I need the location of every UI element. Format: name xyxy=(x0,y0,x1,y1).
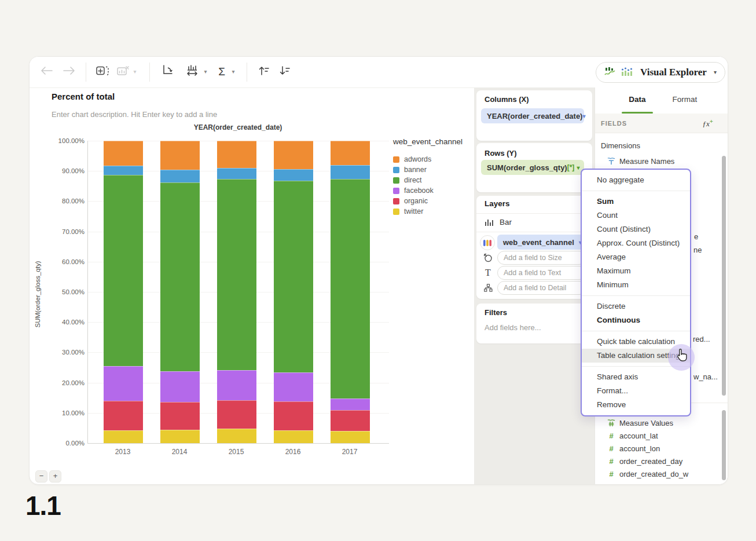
legend-swatch xyxy=(393,209,399,215)
chart-description-placeholder[interactable]: Enter chart description. Hit Enter key t… xyxy=(52,110,217,119)
chart-title[interactable]: Percent of total xyxy=(52,92,115,101)
add-chart-icon xyxy=(96,66,109,78)
menu-item-discrete[interactable]: Discrete xyxy=(582,299,690,313)
redo-button[interactable] xyxy=(61,64,77,80)
axis-settings-button[interactable] xyxy=(185,64,201,80)
sort-descending-icon xyxy=(279,65,291,78)
field-row-clipped[interactable]: # xyxy=(595,480,719,484)
sort-ascending-button[interactable] xyxy=(256,64,272,80)
page-number-label: 1.1 xyxy=(25,490,61,521)
number-icon: # xyxy=(609,482,613,485)
field-row-account_lon[interactable]: #account_lon xyxy=(595,442,719,455)
y-axis-tick-label: 70.00% xyxy=(32,228,85,235)
menu-item-count[interactable]: Count xyxy=(582,209,690,222)
swap-axes-button[interactable] xyxy=(159,64,175,80)
filters-drop-target[interactable]: Add fields here... xyxy=(485,323,541,332)
add-chart-button[interactable] xyxy=(94,64,111,80)
table-calc-badge: [*] xyxy=(567,163,575,171)
bar-segment-facebook xyxy=(104,366,143,401)
columns-field-label: YEAR(order_created_date) xyxy=(487,112,582,120)
bar-segment-banner xyxy=(217,168,256,179)
divider xyxy=(476,213,592,214)
field-row-account_lat[interactable]: #account_lat xyxy=(595,429,719,442)
swap-axes-icon xyxy=(161,65,173,79)
mark-type-label[interactable]: Bar xyxy=(500,218,512,226)
number-icon: # xyxy=(607,470,616,478)
aggregate-caret[interactable]: ▾ xyxy=(229,64,238,80)
x-axis-tick-label: 2013 xyxy=(103,448,142,456)
field-label: Measure Values xyxy=(619,419,673,427)
y-axis-tick-label: 100.00% xyxy=(32,137,85,144)
axis-settings-caret[interactable]: ▾ xyxy=(201,64,210,80)
columns-shelf-label: Columns (X) xyxy=(485,95,529,104)
tab-format[interactable]: Format xyxy=(667,95,702,104)
sort-descending-button[interactable] xyxy=(277,64,293,80)
menu-item-format[interactable]: Format... xyxy=(582,384,690,398)
legend-swatch xyxy=(393,198,399,204)
undo-button[interactable] xyxy=(39,64,55,80)
rows-field-pill[interactable]: SUM(order_gloss_qty) [*] ▾ xyxy=(481,160,584,175)
bar-segment-banner xyxy=(160,170,200,182)
field-row-measure_values[interactable]: Measure Values xyxy=(595,416,719,429)
shelf-panel: Columns (X) YEAR(order_created_date) ▾ R… xyxy=(474,87,594,484)
bar-segment-facebook xyxy=(274,372,313,401)
toolbar-divider xyxy=(86,63,86,82)
field-row-order_created_day[interactable]: #order_created_day xyxy=(595,455,719,467)
panel-tabs: Data Format xyxy=(595,87,728,114)
bar-segment-direct xyxy=(104,175,143,366)
field-context-menu: No aggregateSumCountCount (Distinct)Appr… xyxy=(581,169,691,416)
bar-segment-twitter xyxy=(160,430,200,443)
menu-item-approx-count-distinct[interactable]: Approx. Count (Distinct) xyxy=(582,236,690,250)
columns-shelf: Columns (X) YEAR(order_created_date) ▾ xyxy=(476,90,592,141)
size-drop-target[interactable]: Add a field to Size xyxy=(497,251,586,265)
stacked-bar xyxy=(217,141,256,443)
chevron-down-icon[interactable]: ▾ xyxy=(582,113,585,119)
bar-segment-banner xyxy=(104,166,143,175)
menu-item-no-aggregate[interactable]: No aggregate xyxy=(582,173,690,187)
fields-section-header: FIELDS ƒx+ xyxy=(595,114,728,133)
app-switcher-button[interactable]: Visual Explorer ▾ xyxy=(596,62,725,83)
menu-item-average[interactable]: Average xyxy=(582,250,690,264)
tab-data[interactable]: Data xyxy=(622,95,653,104)
remove-chart-caret[interactable]: ▾ xyxy=(130,64,140,80)
menu-group: SumCountCount (Distinct)Approx. Count (D… xyxy=(582,191,690,295)
y-axis-tick-label: 80.00% xyxy=(32,198,85,204)
chart-legend: web_event_channel adwordsbannerdirectfac… xyxy=(393,137,474,217)
columns-field-pill[interactable]: YEAR(order_created_date) ▾ xyxy=(481,108,584,123)
remove-chart-button[interactable] xyxy=(115,64,131,80)
zoom-out-button[interactable]: − xyxy=(35,470,47,482)
y-axis-tick-label: 10.00% xyxy=(32,410,85,416)
bar-segment-facebook xyxy=(217,370,256,400)
color-field-pill[interactable]: web_event_channel ▾ xyxy=(497,235,588,250)
bar-segment-organic xyxy=(274,401,313,430)
menu-item-minimum[interactable]: Minimum xyxy=(582,278,690,292)
scrollbar-thumb[interactable] xyxy=(722,156,726,396)
toolbar: ▾ ▾ Σ ▾ Visual Explorer xyxy=(30,57,728,88)
bar-segment-direct xyxy=(160,182,200,372)
menu-item-shared-axis[interactable]: Shared axis xyxy=(582,370,690,384)
y-axis-tick-label: 20.00% xyxy=(32,379,85,386)
bar-segment-twitter xyxy=(217,429,256,443)
menu-item-maximum[interactable]: Maximum xyxy=(582,264,690,278)
field-row-order_created_do_w[interactable]: #order_created_do_w xyxy=(595,467,719,480)
chevron-down-icon[interactable]: ▾ xyxy=(577,165,579,171)
field-label: account_lat xyxy=(619,432,658,440)
detail-drop-target[interactable]: Add a field to Detail xyxy=(497,281,586,295)
toolbar-divider xyxy=(149,63,150,82)
aggregate-button[interactable]: Σ xyxy=(214,64,230,80)
bar-segment-banner xyxy=(274,169,313,181)
field-row-measure_names[interactable]: Measure Names xyxy=(595,155,719,167)
menu-item-count-distinct[interactable]: Count (Distinct) xyxy=(582,222,690,236)
x-axis-title: YEAR(order_created_date) xyxy=(87,123,388,131)
menu-item-continuous[interactable]: Continuous xyxy=(582,313,690,327)
zoom-in-button[interactable]: + xyxy=(49,470,61,482)
undo-arrow-icon xyxy=(41,67,53,77)
y-axis-tick-label: 50.00% xyxy=(32,288,85,295)
scrollbar-thumb[interactable] xyxy=(722,410,726,480)
bar-segment-adwords xyxy=(331,141,370,165)
y-axis-tick-label: 90.00% xyxy=(32,167,85,174)
menu-item-remove[interactable]: Remove xyxy=(582,398,690,412)
add-calculated-field-button[interactable]: ƒx+ xyxy=(703,118,713,129)
menu-item-sum[interactable]: Sum xyxy=(582,195,690,209)
text-drop-target[interactable]: Add a field to Text xyxy=(497,266,586,280)
